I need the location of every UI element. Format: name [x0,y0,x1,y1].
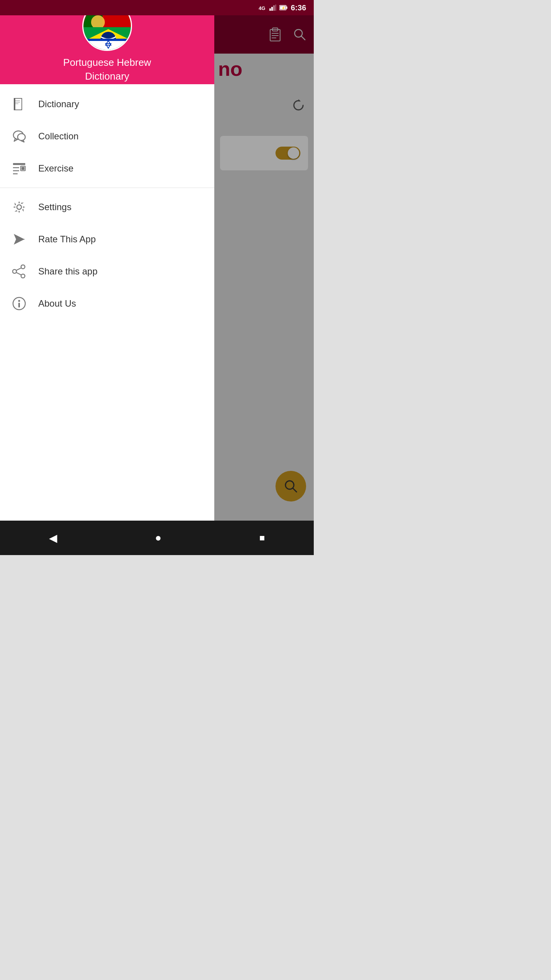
drawer-item-dictionary[interactable]: Dictionary [0,88,214,120]
battery-icon: ⚡ [279,5,288,11]
drawer-item-rate[interactable]: Rate This App [0,223,214,255]
drawer-menu: Dictionary Collection [0,84,214,521]
status-bar: 4G ⚡ 6:36 [0,0,314,15]
drawer-item-exercise[interactable]: Exercise [0,152,214,185]
recent-button[interactable]: ■ [259,532,265,543]
svg-line-53 [16,273,21,275]
gear-icon [11,199,27,215]
signal-bars [269,5,276,11]
home-button[interactable]: ● [155,532,161,544]
svg-rect-37 [15,103,18,104]
signal-icon: 4G [259,4,266,11]
dictionary-label: Dictionary [38,99,79,109]
settings-label: Settings [38,202,72,212]
svg-point-50 [13,270,16,273]
svg-point-49 [21,265,25,269]
share-icon [11,264,27,279]
list-icon [11,161,27,176]
navigation-drawer: Portuguese Hebrew Dictionary Dictionary [0,0,214,521]
time-display: 6:36 [291,3,306,12]
svg-rect-29 [83,50,132,51]
rate-label: Rate This App [38,234,96,245]
back-button[interactable]: ◀ [49,532,57,544]
svg-point-55 [18,300,20,302]
svg-rect-1 [269,8,271,11]
nav-bar: ◀ ● ■ [0,521,314,555]
info-icon [11,296,27,311]
drawer-item-share[interactable]: Share this app [0,255,214,287]
drawer-title-line1: Portuguese Hebrew [63,56,151,69]
chat-icon [11,129,27,144]
svg-point-51 [21,274,25,278]
svg-rect-40 [13,163,25,165]
svg-text:⚡: ⚡ [281,6,286,10]
collection-label: Collection [38,131,78,142]
svg-rect-34 [14,98,15,110]
svg-rect-45 [21,167,24,170]
status-bar-content: 4G ⚡ 6:36 [259,3,306,12]
svg-point-46 [17,205,21,209]
drawer-divider [0,188,214,188]
svg-text:4G: 4G [259,5,265,11]
svg-rect-56 [18,303,20,307]
exercise-label: Exercise [38,163,73,174]
svg-rect-3 [273,5,275,11]
svg-rect-2 [271,7,273,11]
send-icon [11,232,27,247]
drawer-item-settings[interactable]: Settings [0,191,214,223]
book-icon [11,96,27,112]
share-label: Share this app [38,266,98,277]
svg-rect-4 [275,5,276,11]
drawer-title-line2: Dictionary [63,69,151,83]
about-label: About Us [38,298,76,309]
svg-point-23 [91,15,105,29]
drawer-item-about[interactable]: About Us [0,287,214,320]
svg-rect-35 [15,100,20,101]
svg-line-52 [16,268,21,270]
svg-rect-28 [83,39,132,41]
svg-point-39 [18,134,25,140]
drawer-app-name: Portuguese Hebrew Dictionary [63,56,151,83]
svg-rect-36 [15,102,20,103]
drawer-item-collection[interactable]: Collection [0,120,214,152]
svg-rect-6 [286,7,287,9]
